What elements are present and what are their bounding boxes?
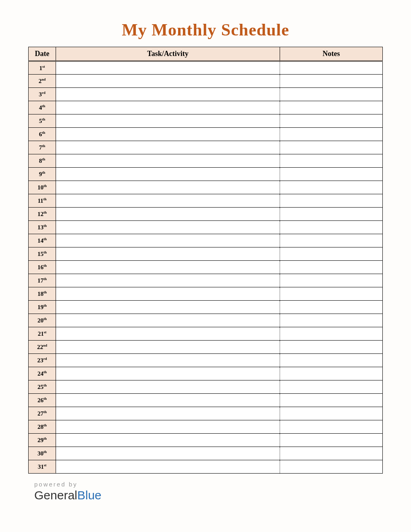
task-cell[interactable] — [56, 194, 280, 208]
brand-logo: GeneralBlue — [34, 488, 383, 502]
brand-blue: Blue — [77, 488, 102, 502]
task-cell[interactable] — [56, 181, 280, 194]
header-row: Date Task/Activity Notes — [29, 47, 383, 61]
task-cell[interactable] — [56, 88, 280, 101]
date-cell: 16th — [29, 261, 56, 274]
notes-cell[interactable] — [280, 367, 383, 380]
date-cell: 28th — [29, 420, 56, 434]
notes-cell[interactable] — [280, 460, 383, 474]
notes-cell[interactable] — [280, 301, 383, 314]
notes-cell[interactable] — [280, 208, 383, 221]
task-cell[interactable] — [56, 354, 280, 367]
notes-cell[interactable] — [280, 420, 383, 434]
task-cell[interactable] — [56, 301, 280, 314]
day-suffix: th — [44, 383, 47, 387]
notes-cell[interactable] — [280, 394, 383, 407]
task-cell[interactable] — [56, 75, 280, 88]
notes-cell[interactable] — [280, 327, 383, 341]
notes-cell[interactable] — [280, 221, 383, 234]
date-cell: 8th — [29, 154, 56, 168]
task-cell[interactable] — [56, 447, 280, 460]
day-number: 30 — [37, 450, 44, 457]
day-number: 21 — [38, 330, 44, 337]
task-cell[interactable] — [56, 407, 280, 420]
notes-cell[interactable] — [280, 75, 383, 88]
task-cell[interactable] — [56, 101, 280, 114]
day-number: 29 — [37, 437, 44, 443]
day-number: 12 — [37, 211, 44, 217]
notes-cell[interactable] — [280, 88, 383, 101]
task-cell[interactable] — [56, 274, 280, 287]
task-cell[interactable] — [56, 367, 280, 380]
table-row: 14th — [29, 234, 383, 247]
task-cell[interactable] — [56, 394, 280, 407]
table-row: 26th — [29, 394, 383, 407]
task-cell[interactable] — [56, 247, 280, 261]
day-suffix: st — [44, 463, 47, 467]
day-suffix: th — [44, 277, 47, 281]
header-notes: Notes — [280, 47, 383, 61]
notes-cell[interactable] — [280, 128, 383, 141]
day-number: 15 — [37, 251, 44, 257]
notes-cell[interactable] — [280, 168, 383, 181]
task-cell[interactable] — [56, 154, 280, 168]
date-cell: 9th — [29, 168, 56, 181]
task-cell[interactable] — [56, 114, 280, 128]
notes-cell[interactable] — [280, 154, 383, 168]
notes-cell[interactable] — [280, 141, 383, 154]
date-cell: 21st — [29, 327, 56, 341]
day-suffix: st — [42, 64, 45, 69]
date-cell: 2nd — [29, 75, 56, 88]
date-cell: 15th — [29, 247, 56, 261]
task-cell[interactable] — [56, 234, 280, 247]
task-cell[interactable] — [56, 261, 280, 274]
date-cell: 17th — [29, 274, 56, 287]
task-cell[interactable] — [56, 168, 280, 181]
task-cell[interactable] — [56, 434, 280, 447]
table-row: 17th — [29, 274, 383, 287]
task-cell[interactable] — [56, 327, 280, 341]
table-row: 31st — [29, 460, 383, 474]
table-row: 18th — [29, 287, 383, 301]
table-row: 11th — [29, 194, 383, 208]
task-cell[interactable] — [56, 141, 280, 154]
task-cell[interactable] — [56, 460, 280, 474]
day-number: 17 — [37, 277, 44, 284]
table-row: 29th — [29, 434, 383, 447]
task-cell[interactable] — [56, 341, 280, 354]
notes-cell[interactable] — [280, 114, 383, 128]
date-cell: 30th — [29, 447, 56, 460]
notes-cell[interactable] — [280, 101, 383, 114]
date-cell: 13th — [29, 221, 56, 234]
task-cell[interactable] — [56, 61, 280, 75]
task-cell[interactable] — [56, 420, 280, 434]
task-cell[interactable] — [56, 128, 280, 141]
notes-cell[interactable] — [280, 194, 383, 208]
notes-cell[interactable] — [280, 447, 383, 460]
day-number: 23 — [37, 357, 44, 364]
task-cell[interactable] — [56, 287, 280, 301]
task-cell[interactable] — [56, 314, 280, 327]
notes-cell[interactable] — [280, 407, 383, 420]
notes-cell[interactable] — [280, 247, 383, 261]
notes-cell[interactable] — [280, 341, 383, 354]
notes-cell[interactable] — [280, 434, 383, 447]
notes-cell[interactable] — [280, 274, 383, 287]
day-suffix: th — [44, 237, 47, 241]
notes-cell[interactable] — [280, 380, 383, 394]
task-cell[interactable] — [56, 380, 280, 394]
notes-cell[interactable] — [280, 287, 383, 301]
task-cell[interactable] — [56, 208, 280, 221]
notes-cell[interactable] — [280, 61, 383, 75]
notes-cell[interactable] — [280, 181, 383, 194]
notes-cell[interactable] — [280, 234, 383, 247]
notes-cell[interactable] — [280, 261, 383, 274]
day-suffix: th — [42, 157, 45, 161]
task-cell[interactable] — [56, 221, 280, 234]
date-cell: 11th — [29, 194, 56, 208]
table-row: 23rd — [29, 354, 383, 367]
notes-cell[interactable] — [280, 354, 383, 367]
notes-cell[interactable] — [280, 314, 383, 327]
date-cell: 1st — [29, 61, 56, 75]
table-row: 19th — [29, 301, 383, 314]
